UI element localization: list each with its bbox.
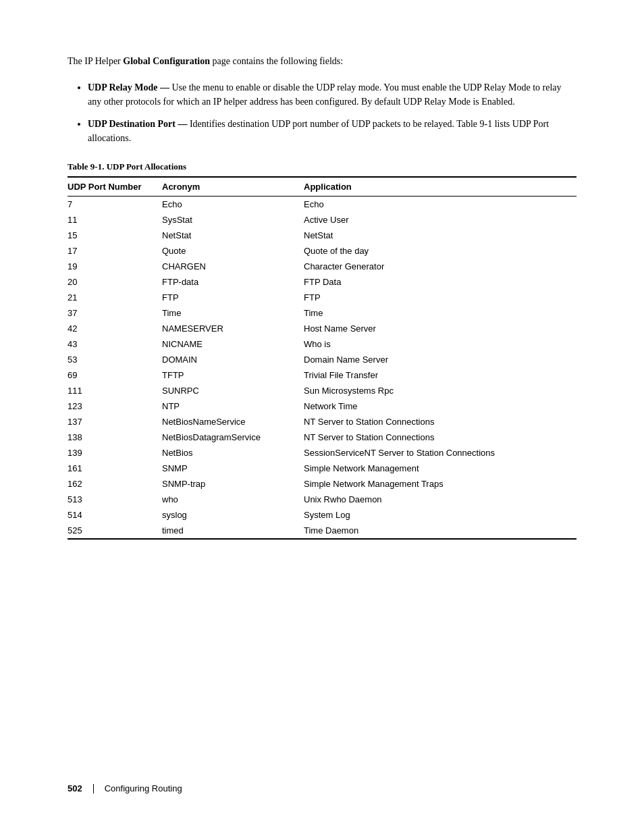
table-cell-port: 37 — [68, 305, 162, 321]
table-cell-port: 137 — [68, 414, 162, 429]
table-row: 20FTP-dataFTP Data — [68, 274, 576, 290]
bullet-label-udp-relay: UDP Relay Mode — — [88, 82, 169, 93]
col-header-acronym: Acronym — [162, 177, 304, 197]
table-row: 162SNMP-trapSimple Network Management Tr… — [68, 476, 576, 492]
table-row: 69TFTPTrivial File Transfer — [68, 367, 576, 383]
table-cell-application: NT Server to Station Connections — [304, 414, 576, 429]
table-row: 139NetBiosSessionServiceNT Server to Sta… — [68, 445, 576, 461]
table-cell-port: 19 — [68, 259, 162, 274]
table-row: 138NetBiosDatagramServiceNT Server to St… — [68, 429, 576, 445]
table-cell-application: Time — [304, 305, 576, 321]
table-row: 7EchoEcho — [68, 197, 576, 213]
table-cell-acronym: DOMAIN — [162, 352, 304, 367]
table-row: 15NetStatNetStat — [68, 228, 576, 243]
table-cell-application: SessionServiceNT Server to Station Conne… — [304, 445, 576, 461]
col-header-port: UDP Port Number — [68, 177, 162, 197]
table-cell-port: 162 — [68, 476, 162, 492]
table-cell-port: 11 — [68, 212, 162, 228]
table-cell-port: 42 — [68, 321, 162, 336]
intro-paragraph: The IP Helper Global Configuration page … — [68, 54, 576, 68]
table-cell-application: Domain Name Server — [304, 352, 576, 367]
col-header-application: Application — [304, 177, 576, 197]
table-cell-acronym: NICNAME — [162, 336, 304, 352]
table-cell-acronym: SUNRPC — [162, 383, 304, 398]
footer-text: Configuring Routing — [105, 783, 182, 793]
table-cell-acronym: FTP-data — [162, 274, 304, 290]
table-cell-acronym: NetBiosDatagramService — [162, 429, 304, 445]
bullet-item-udp-relay: UDP Relay Mode — Use the menu to enable … — [88, 80, 576, 109]
table-cell-application: NT Server to Station Connections — [304, 429, 576, 445]
table-cell-port: 69 — [68, 367, 162, 383]
table-cell-acronym: syslog — [162, 507, 304, 523]
udp-port-table: UDP Port Number Acronym Application 7Ech… — [68, 176, 576, 540]
table-cell-port: 525 — [68, 523, 162, 539]
table-cell-port: 123 — [68, 398, 162, 414]
table-cell-application: Active User — [304, 212, 576, 228]
table-cell-acronym: SNMP-trap — [162, 476, 304, 492]
table-cell-application: Sun Microsystems Rpc — [304, 383, 576, 398]
table-row: 11SysStatActive User — [68, 212, 576, 228]
table-cell-acronym: NetStat — [162, 228, 304, 243]
table-cell-port: 514 — [68, 507, 162, 523]
table-cell-acronym: SNMP — [162, 461, 304, 476]
table-cell-application: NetStat — [304, 228, 576, 243]
table-caption: Table 9-1. UDP Port Allocations — [68, 161, 576, 172]
table-cell-application: Character Generator — [304, 259, 576, 274]
table-row: 111SUNRPCSun Microsystems Rpc — [68, 383, 576, 398]
table-cell-port: 21 — [68, 290, 162, 305]
table-cell-acronym: NetBios — [162, 445, 304, 461]
footer-divider — [93, 784, 94, 793]
table-cell-application: Time Daemon — [304, 523, 576, 539]
table-cell-acronym: Quote — [162, 243, 304, 259]
intro-bold: Global Configuration — [123, 56, 210, 66]
table-cell-acronym: TFTP — [162, 367, 304, 383]
table-cell-port: 53 — [68, 352, 162, 367]
table-cell-port: 15 — [68, 228, 162, 243]
table-cell-acronym: Time — [162, 305, 304, 321]
table-row: 43NICNAMEWho is — [68, 336, 576, 352]
table-row: 137NetBiosNameServiceNT Server to Statio… — [68, 414, 576, 429]
table-cell-acronym: FTP — [162, 290, 304, 305]
table-row: 53DOMAINDomain Name Server — [68, 352, 576, 367]
table-header-row: UDP Port Number Acronym Application — [68, 177, 576, 197]
page-footer: 502 Configuring Routing — [68, 783, 182, 793]
table-cell-acronym: timed — [162, 523, 304, 539]
table-cell-application: Who is — [304, 336, 576, 352]
table-cell-application: Quote of the day — [304, 243, 576, 259]
table-row: 17QuoteQuote of the day — [68, 243, 576, 259]
table-cell-acronym: NTP — [162, 398, 304, 414]
table-cell-acronym: NAMESERVER — [162, 321, 304, 336]
table-cell-port: 17 — [68, 243, 162, 259]
bullet-item-udp-dest: UDP Destination Port — Identifies destin… — [88, 117, 576, 145]
table-cell-port: 161 — [68, 461, 162, 476]
intro-text-before: The IP Helper — [68, 56, 123, 66]
intro-text-after: page contains the following fields: — [210, 56, 343, 66]
table-cell-port: 7 — [68, 197, 162, 213]
table-cell-application: Network Time — [304, 398, 576, 414]
table-row: 514syslogSystem Log — [68, 507, 576, 523]
table-cell-port: 43 — [68, 336, 162, 352]
footer-page-number: 502 — [68, 783, 82, 793]
table-row: 525timedTime Daemon — [68, 523, 576, 539]
table-cell-acronym: SysStat — [162, 212, 304, 228]
bullet-label-udp-dest: UDP Destination Port — — [88, 119, 187, 129]
table-cell-acronym: NetBiosNameService — [162, 414, 304, 429]
table-cell-port: 138 — [68, 429, 162, 445]
table-cell-acronym: who — [162, 492, 304, 507]
table-cell-application: FTP Data — [304, 274, 576, 290]
table-row: 19CHARGENCharacter Generator — [68, 259, 576, 274]
table-row: 21FTPFTP — [68, 290, 576, 305]
table-cell-application: FTP — [304, 290, 576, 305]
table-cell-port: 139 — [68, 445, 162, 461]
table-row: 123NTPNetwork Time — [68, 398, 576, 414]
table-cell-port: 111 — [68, 383, 162, 398]
table-cell-port: 20 — [68, 274, 162, 290]
bullet-list: UDP Relay Mode — Use the menu to enable … — [88, 80, 576, 145]
table-cell-application: Trivial File Transfer — [304, 367, 576, 383]
table-row: 161SNMPSimple Network Management — [68, 461, 576, 476]
table-cell-application: Simple Network Management Traps — [304, 476, 576, 492]
table-row: 513whoUnix Rwho Daemon — [68, 492, 576, 507]
table-row: 37TimeTime — [68, 305, 576, 321]
table-cell-acronym: CHARGEN — [162, 259, 304, 274]
table-cell-application: Host Name Server — [304, 321, 576, 336]
